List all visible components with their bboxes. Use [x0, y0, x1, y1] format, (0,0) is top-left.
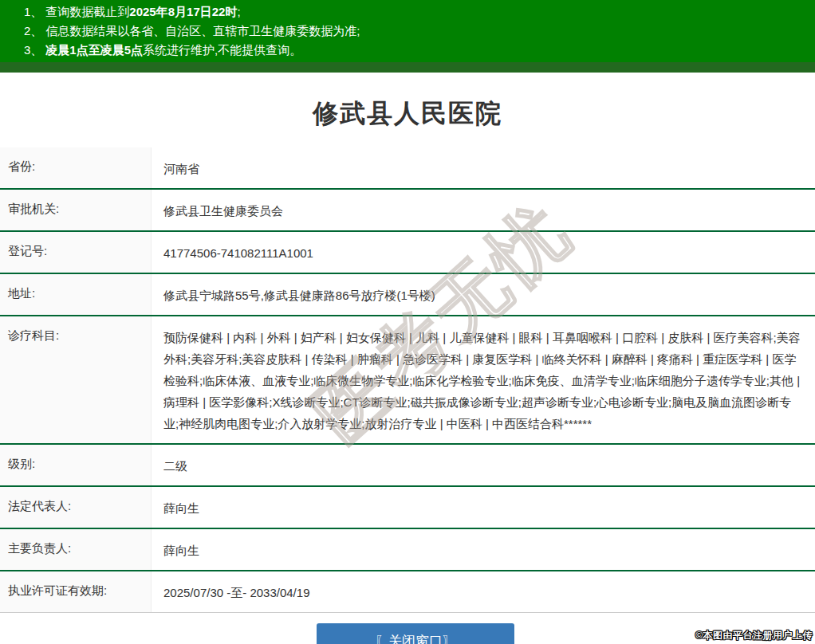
table-row: 法定代表人:薛向生: [0, 487, 815, 529]
notice-list: 1、查询数据截止到2025年8月17日22时;2、信息数据结果以各省、自治区、直…: [0, 2, 815, 60]
close-window-button[interactable]: 〖关闭窗口〗: [317, 623, 514, 644]
table-row: 省份:河南省: [0, 147, 815, 190]
notice-number: 2、: [24, 24, 42, 37]
notice-number: 3、: [24, 43, 42, 57]
row-value: 薛向生: [152, 529, 815, 570]
row-value: 薛向生: [152, 487, 815, 528]
row-label: 省份:: [0, 147, 152, 188]
row-value: 2025/07/30 -至- 2033/04/19: [152, 571, 815, 612]
table-row: 地址:修武县宁城路55号,修武县健康路86号放疗楼(1号楼): [0, 274, 815, 316]
hospital-info-table: 省份:河南省审批机关:修武县卫生健康委员会登记号:41774506-741082…: [0, 147, 815, 613]
notice-text: 信息数据结果以各省、自治区、直辖市卫生健康委数据为准;: [45, 24, 360, 37]
notice-line: 2、信息数据结果以各省、自治区、直辖市卫生健康委数据为准;: [0, 22, 815, 41]
table-row: 主要负责人:薛向生: [0, 529, 815, 571]
row-value: 41774506-741082111A1001: [152, 232, 815, 273]
row-value: 河南省: [152, 147, 815, 188]
row-value: 修武县卫生健康委员会: [152, 190, 815, 230]
notice-text: 系统进行维护,不能提供查询。: [143, 43, 301, 57]
notice-line: 1、查询数据截止到2025年8月17日22时;: [0, 2, 815, 22]
notice-text: 2025年8月17日22时: [129, 5, 237, 18]
table-row: 审批机关:修武县卫生健康委员会: [0, 190, 815, 232]
row-value: 修武县宁城路55号,修武县健康路86号放疗楼(1号楼): [152, 274, 815, 315]
page-title: 修武县人民医院: [0, 96, 815, 132]
row-label: 地址:: [0, 274, 152, 315]
row-label: 主要负责人:: [0, 529, 152, 570]
row-label: 执业许可证有效期:: [0, 571, 152, 612]
row-value: 预防保健科 | 内科 | 外科 | 妇产科 | 妇女保健科 | 儿科 | 儿童保…: [152, 316, 815, 443]
notice-text: 查询数据截止到: [45, 5, 129, 18]
notice-text: 凌晨1点至凌晨5点: [45, 43, 143, 57]
row-value: 二级: [152, 445, 815, 485]
button-row: 〖关闭窗口〗: [0, 623, 815, 644]
row-label: 级别:: [0, 445, 152, 485]
row-label: 法定代表人:: [0, 487, 152, 528]
row-label: 诊疗科目:: [0, 316, 152, 443]
table-row: 登记号:41774506-741082111A1001: [0, 232, 815, 274]
table-row: 级别:二级: [0, 445, 815, 487]
notice-header: 1、查询数据截止到2025年8月17日22时;2、信息数据结果以各省、自治区、直…: [0, 0, 815, 73]
notice-line: 3、凌晨1点至凌晨5点系统进行维护,不能提供查询。: [0, 41, 815, 60]
notice-number: 1、: [24, 5, 42, 18]
notice-text: ;: [237, 5, 240, 18]
table-row: 诊疗科目:预防保健科 | 内科 | 外科 | 妇产科 | 妇女保健科 | 儿科 …: [0, 316, 815, 445]
table-row: 执业许可证有效期:2025/07/30 -至- 2033/04/19: [0, 571, 815, 613]
row-label: 登记号:: [0, 232, 152, 273]
row-label: 审批机关:: [0, 190, 152, 230]
header-strip: [0, 62, 815, 73]
